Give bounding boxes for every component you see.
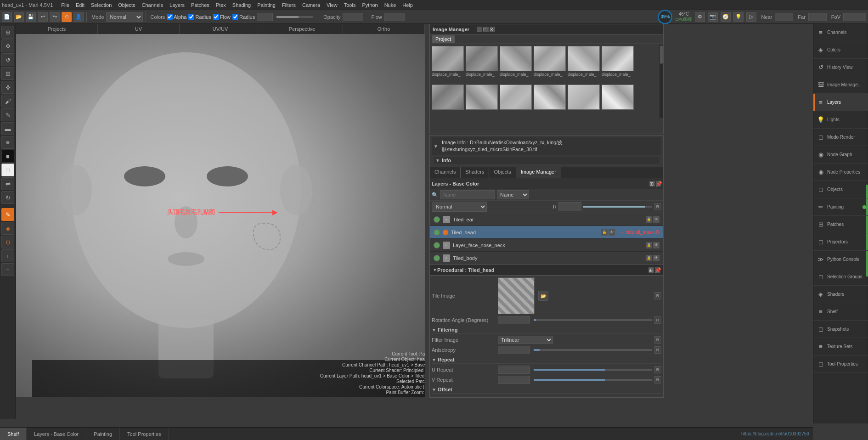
- opacity-slider[interactable]: [583, 206, 652, 208]
- filter-image-select[interactable]: Trilinear: [498, 336, 553, 344]
- head-icon[interactable]: 👤: [73, 12, 84, 22]
- tab-shaders[interactable]: Shaders: [461, 167, 489, 178]
- white-tool[interactable]: □: [1, 164, 14, 176]
- layers-filter-select[interactable]: Name: [497, 190, 529, 199]
- menu-item-help[interactable]: Help: [400, 1, 416, 9]
- right-tab-python[interactable]: ≫ Python Console: [813, 251, 868, 268]
- thumb-5[interactable]: displace_male_: [602, 46, 634, 83]
- thumb-7[interactable]: [466, 85, 498, 116]
- info-path-header[interactable]: ▼ Image Info : D:/BaiduNetdiskDownload/x…: [432, 137, 661, 155]
- paint-mode-btn[interactable]: ⊙: [62, 12, 72, 22]
- menu-item-filters[interactable]: Filters: [279, 1, 299, 9]
- menu-item-painting[interactable]: Painting: [254, 1, 278, 9]
- swap-tool[interactable]: ⇌: [1, 177, 14, 190]
- layer-lock-head[interactable]: 🔒: [601, 229, 608, 236]
- menu-item-shading[interactable]: Shading: [230, 1, 254, 9]
- tab-image-manager[interactable]: Image Manager: [516, 167, 561, 178]
- near-input[interactable]: [775, 13, 793, 21]
- anisotropy-input[interactable]: 1.000: [498, 346, 530, 354]
- thumb-1[interactable]: displace_male_: [466, 46, 498, 83]
- right-tab-nodegraph[interactable]: ◉ Node Graph: [813, 146, 868, 164]
- flow-check[interactable]: Flow: [213, 14, 231, 20]
- layer-lock-body[interactable]: 🔒: [646, 255, 652, 261]
- rotation-r-btn[interactable]: R: [654, 316, 661, 324]
- rotation-slider[interactable]: [534, 319, 652, 321]
- right-tab-toolprops[interactable]: ◻ Tool Properties: [813, 355, 868, 373]
- layer-tool[interactable]: ≡: [1, 136, 14, 149]
- layer-vis-face[interactable]: [434, 242, 440, 248]
- vp-tab-uv[interactable]: UV: [98, 24, 180, 34]
- v-repeat-r-btn[interactable]: R: [654, 376, 661, 384]
- thumb-6[interactable]: [432, 85, 464, 116]
- thumb-2[interactable]: displace_male_: [500, 46, 532, 83]
- scrollbar-thumb[interactable]: [660, 45, 663, 64]
- menu-item-objects[interactable]: Objects: [115, 1, 138, 9]
- scale-tool[interactable]: ⊞: [1, 67, 14, 80]
- layers-pin-btn[interactable]: 📌: [656, 181, 661, 186]
- thumb-0[interactable]: displace_male_: [432, 46, 464, 83]
- clone-tool[interactable]: ⊙: [1, 236, 14, 248]
- tile-image-r-btn[interactable]: R: [654, 292, 661, 299]
- bottom-tab-toolprops[interactable]: Tool Properties: [120, 428, 169, 440]
- layer-vis-btn-body[interactable]: 👁: [653, 255, 659, 261]
- redo-btn[interactable]: ↪: [50, 12, 60, 22]
- flow-input[interactable]: 0...: [384, 13, 405, 21]
- layers-search-input[interactable]: [440, 190, 495, 199]
- color-tool[interactable]: ■: [1, 150, 14, 163]
- nav-btn[interactable]: 🧭: [721, 12, 731, 22]
- layer-vis-btn-ear[interactable]: 👁: [653, 216, 659, 223]
- right-tab-channels[interactable]: ≡ Channels: [813, 24, 868, 41]
- right-tab-projectors[interactable]: ◻ Projectors: [813, 233, 868, 251]
- layer-vis-body[interactable]: [434, 255, 440, 261]
- bottom-tab-painting[interactable]: Painting: [86, 428, 120, 440]
- settings-btn[interactable]: ⚙: [695, 12, 705, 22]
- thumb-4[interactable]: displace_male_: [568, 46, 600, 83]
- image-scrollbar[interactable]: [659, 45, 663, 118]
- vp-tab-uvuv[interactable]: UV/UV: [180, 24, 261, 34]
- right-tab-imagemanager[interactable]: 🖼 Image Manage...: [813, 76, 868, 94]
- tab-objects[interactable]: Objects: [489, 167, 516, 178]
- bottom-tab-layers[interactable]: Layers - Base Color: [27, 428, 86, 440]
- layer-vis-ear[interactable]: [434, 216, 440, 223]
- radius-check[interactable]: Radius: [188, 14, 211, 20]
- right-tab-shelf[interactable]: ≡ Shelf: [813, 303, 868, 321]
- right-tab-patches[interactable]: ⊞ Patches: [813, 216, 868, 233]
- eyedrop-tool[interactable]: ✎: [1, 108, 14, 121]
- panel-close[interactable]: ✕: [490, 27, 495, 32]
- menu-item-python[interactable]: Python: [359, 1, 380, 9]
- rotation-input[interactable]: 0.000: [498, 316, 530, 324]
- minus-tool[interactable]: −: [1, 263, 14, 276]
- opacity-input[interactable]: 1.000: [343, 13, 363, 21]
- menu-item-nuke[interactable]: Nuke: [382, 1, 399, 9]
- layer-lock-ear[interactable]: 🔒: [646, 216, 652, 223]
- tab-channels[interactable]: Channels: [430, 167, 461, 178]
- tab-project[interactable]: Project: [432, 35, 455, 43]
- mode-select[interactable]: Normal: [106, 12, 143, 22]
- layer-tiled-ear[interactable]: ≈ Tiled_ear 🔒 👁: [430, 213, 663, 226]
- panel-minimize[interactable]: _: [477, 27, 482, 32]
- info-section-header[interactable]: ▼ Info: [434, 157, 659, 164]
- proc-pin-btn[interactable]: 📌: [655, 267, 660, 273]
- open-btn[interactable]: 📂: [14, 12, 24, 22]
- blend-mode-select[interactable]: Normal: [432, 202, 487, 212]
- menu-item-view[interactable]: View: [324, 1, 340, 9]
- right-tab-modorender[interactable]: ◻ Modo Render: [813, 129, 868, 146]
- menu-item-edit[interactable]: Edit: [73, 1, 87, 9]
- radius-slider[interactable]: [276, 16, 313, 18]
- right-tab-texturesets[interactable]: ≡ Texture Sets: [813, 338, 868, 355]
- anisotropy-slider[interactable]: [534, 349, 652, 351]
- menu-item-ptex[interactable]: Ptex: [213, 1, 229, 9]
- vp-tab-perspective[interactable]: Perspective: [261, 24, 343, 34]
- layer-tiled-body[interactable]: ≈ Tiled_body 🔒 👁: [430, 252, 663, 265]
- opacity-value-input[interactable]: 0.955: [558, 202, 581, 211]
- menu-item-file[interactable]: File: [58, 1, 72, 9]
- filter-image-r-btn[interactable]: R: [654, 336, 661, 344]
- radius-input[interactable]: 98: [257, 13, 273, 21]
- u-repeat-input[interactable]: 30.000: [498, 366, 530, 374]
- layer-face-nose-neck[interactable]: ≈ Layer_face_nose_neck 🔒 👁: [430, 239, 663, 252]
- layer-tiled-head[interactable]: Tiled_head 🔒 👁 → hide all_mask 层: [430, 226, 663, 239]
- thumb-3[interactable]: displace_male_: [534, 46, 566, 83]
- panel-maximize[interactable]: □: [483, 27, 489, 32]
- vp-tab-ortho[interactable]: Ortho: [343, 24, 425, 34]
- alpha-check[interactable]: Alpha: [167, 14, 186, 20]
